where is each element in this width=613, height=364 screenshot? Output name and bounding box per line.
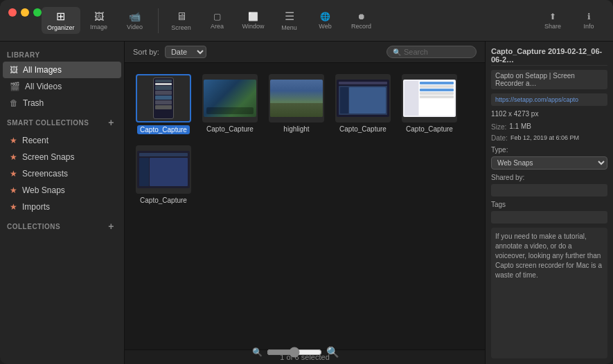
search-icon: 🔍 (393, 48, 401, 56)
image-label: Image (90, 24, 107, 30)
menu-label: Menu (281, 24, 297, 31)
thumbnail-item[interactable]: Capto_Capture (332, 71, 393, 137)
traffic-lights (8, 8, 42, 17)
screen-snaps-icon: ★ (10, 152, 17, 162)
menu-icon: ☰ (285, 10, 294, 23)
toolbar-right: ⬆ Share ℹ Info (535, 9, 606, 33)
divider (158, 8, 159, 33)
web-icon: 🌐 (320, 12, 330, 21)
sidebar-item-screen-snaps[interactable]: ★ Screen Snaps (3, 149, 121, 165)
record-label: Record (351, 23, 371, 30)
tool-video[interactable]: 📹 Video (118, 8, 152, 33)
sidebar-item-trash-label: Trash (23, 98, 44, 108)
maximize-button[interactable] (33, 8, 42, 17)
thumbnail-item[interactable]: Capto_Capture (199, 71, 260, 137)
sort-bar: Sort by: Date Name Size 🔍 (125, 42, 485, 63)
thumbnail-label: Capto_Capture (406, 125, 453, 133)
sidebar: LIBRARY 🖼 All Images 🎬 All Videos 🗑 Tras… (0, 42, 125, 364)
collections-header: COLLECTIONS + (0, 215, 124, 236)
info-size-label: Size: (491, 123, 506, 131)
info-title: Capto_Capture 2019-02-12_06-06-2… (491, 47, 607, 66)
info-note: If you need to make a tutorial, annotate… (491, 228, 607, 358)
image-icon: 🖼 (94, 11, 104, 22)
thumbnail-item[interactable]: Capto_Capture (133, 71, 194, 137)
thumbnail-image (136, 74, 191, 122)
tool-menu[interactable]: ☰ Menu (272, 7, 307, 34)
add-collection-button[interactable]: + (105, 219, 117, 233)
tool-web[interactable]: 🌐 Web (308, 9, 343, 33)
sidebar-item-web-snaps[interactable]: ★ Web Snaps (3, 182, 121, 199)
smart-collections-header: SMART COLLECTIONS + (0, 111, 124, 132)
all-videos-icon: 🎬 (10, 82, 20, 91)
thumbnail-preview (270, 80, 323, 117)
web-label: Web (319, 23, 331, 30)
screen-label: Screen (171, 24, 191, 31)
add-smart-collection-button[interactable]: + (105, 116, 117, 129)
recent-icon: ★ (10, 136, 17, 145)
toolbar-tools: ⊞ Organizer 🖼 Image 📹 Video 🖥 Screen ▢ A… (42, 7, 379, 34)
share-icon: ⬆ (549, 12, 556, 21)
main-layout: LIBRARY 🖼 All Images 🎬 All Videos 🗑 Tras… (0, 42, 613, 364)
search-input[interactable] (404, 48, 466, 56)
sidebar-item-imports-label: Imports (22, 202, 50, 212)
thumbnails-grid: Capto_Capture Capto_Capture highlight (125, 63, 485, 349)
thumbnail-preview (337, 80, 389, 117)
sidebar-item-imports[interactable]: ★ Imports (3, 199, 121, 215)
sidebar-item-screen-snaps-label: Screen Snaps (22, 152, 74, 162)
thumbnail-preview (403, 80, 456, 117)
thumbnail-item[interactable]: Capto_Capture (399, 71, 460, 137)
sidebar-item-trash[interactable]: 🗑 Trash (3, 95, 121, 111)
tool-organizer[interactable]: ⊞ Organizer (42, 7, 80, 34)
zoom-in-icon: 🔍 (326, 346, 339, 358)
thumbnail-preview (137, 151, 190, 188)
sidebar-item-screencasts-label: Screencasts (22, 169, 68, 179)
thumbnail-image (202, 74, 258, 122)
info-type-label: Type: (491, 146, 607, 154)
all-images-icon: 🖼 (10, 65, 18, 75)
sidebar-item-all-images[interactable]: 🖼 All Images (3, 62, 121, 78)
close-button[interactable] (8, 8, 17, 17)
screencasts-icon: ★ (10, 169, 17, 179)
tool-window[interactable]: ⬜ Window (236, 9, 271, 33)
info-size-value: 1.1 MB (509, 122, 531, 130)
screen-icon: 🖥 (176, 10, 187, 23)
minimize-button[interactable] (21, 8, 29, 17)
thumbnail-label: Capto_Capture (137, 125, 190, 134)
titlebar: ⊞ Organizer 🖼 Image 📹 Video 🖥 Screen ▢ A… (0, 0, 613, 42)
info-tags-box[interactable] (491, 211, 607, 224)
tool-image[interactable]: 🖼 Image (82, 8, 116, 33)
tool-screen[interactable]: 🖥 Screen (164, 8, 199, 34)
thumbnail-preview (204, 80, 256, 117)
zoom-out-icon: 🔍 (252, 347, 263, 357)
info-type-select[interactable]: Web Snaps Screen Snaps Screencasts Impor… (491, 156, 607, 170)
video-label: Video (127, 24, 143, 30)
status-bar: 1 of 6 selected 🔍 🔍 (125, 349, 485, 364)
sort-select[interactable]: Date Name Size (165, 46, 206, 58)
info-type-section: Type: Web Snaps Screen Snaps Screencasts… (491, 146, 607, 170)
thumbnail-image (335, 74, 391, 122)
tool-area[interactable]: ▢ Area (200, 9, 235, 33)
info-button[interactable]: ℹ Info (571, 9, 606, 33)
zoom-slider[interactable] (267, 347, 322, 358)
share-label: Share (544, 23, 561, 30)
record-icon: ⏺ (357, 12, 366, 21)
thumbnail-label: Capto_Capture (140, 197, 187, 204)
share-button[interactable]: ⬆ Share (535, 9, 570, 33)
library-header: LIBRARY (0, 47, 124, 62)
sidebar-item-web-snaps-label: Web Snaps (22, 185, 65, 195)
sidebar-item-all-videos-label: All Videos (25, 82, 62, 91)
sidebar-item-recent-label: Recent (22, 136, 48, 145)
sidebar-item-recent[interactable]: ★ Recent (3, 132, 121, 149)
info-date-label: Date: (491, 134, 508, 142)
sort-label: Sort by: (133, 48, 159, 56)
sidebar-item-all-videos[interactable]: 🎬 All Videos (3, 78, 121, 95)
thumbnail-image (402, 74, 457, 122)
thumbnail-image (136, 145, 191, 194)
tool-record[interactable]: ⏺ Record (344, 9, 379, 33)
thumbnail-preview (153, 78, 174, 119)
sidebar-item-screencasts[interactable]: ★ Screencasts (3, 165, 121, 182)
zoom-controls: 🔍 🔍 (252, 346, 339, 358)
thumbnail-image (269, 74, 324, 122)
thumbnail-item[interactable]: Capto_Capture (133, 143, 194, 207)
thumbnail-item[interactable]: highlight (266, 71, 327, 137)
